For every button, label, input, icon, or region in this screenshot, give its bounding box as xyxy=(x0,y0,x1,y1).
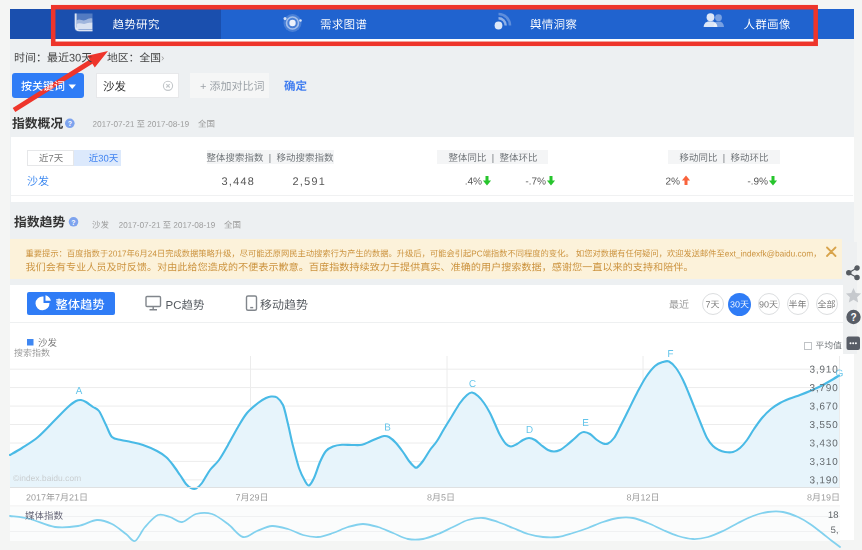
svg-text:?: ? xyxy=(68,120,72,127)
svg-text:?: ? xyxy=(71,219,75,226)
svg-text:?: ? xyxy=(850,312,856,323)
